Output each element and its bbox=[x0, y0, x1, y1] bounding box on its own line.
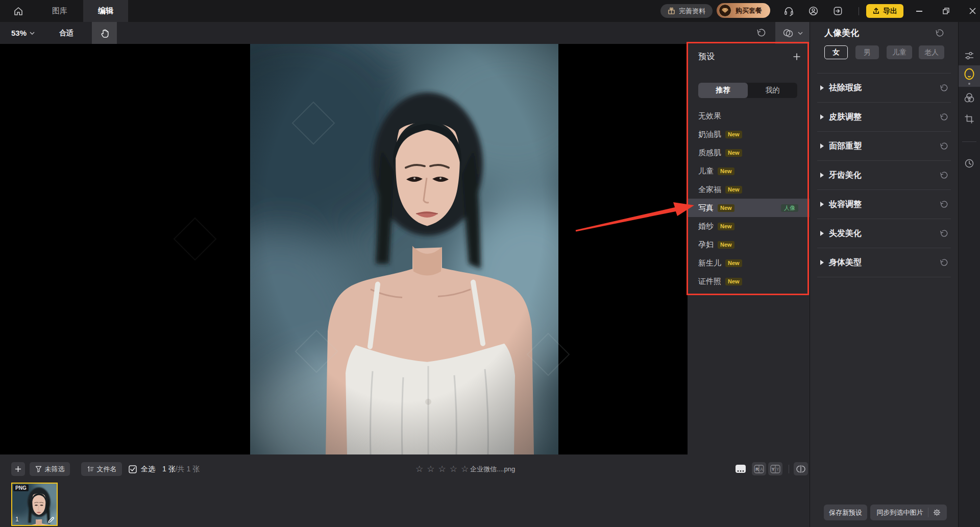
sort-by-filename-button[interactable]: 文件名 bbox=[81, 462, 122, 476]
reset-edits-button[interactable] bbox=[751, 22, 770, 44]
account-button[interactable] bbox=[805, 4, 821, 18]
tool-rail bbox=[958, 22, 980, 527]
preset-portrait-selected[interactable]: 写真 New 人像 bbox=[688, 199, 810, 217]
history-tool[interactable] bbox=[959, 156, 980, 171]
section-makeup-adjust[interactable]: 妆容调整 bbox=[817, 190, 951, 219]
home-button[interactable] bbox=[9, 4, 28, 18]
compare-edited-button[interactable]: Y Y bbox=[768, 462, 782, 475]
preset-newborn[interactable]: 新生儿New bbox=[688, 254, 810, 272]
preset-id-photo[interactable]: 证件照New bbox=[688, 272, 810, 291]
star-icon[interactable] bbox=[427, 465, 434, 473]
collapse-to-tray-button[interactable] bbox=[830, 4, 845, 18]
add-preset-button[interactable] bbox=[791, 51, 803, 63]
button-divider bbox=[928, 508, 928, 517]
overlap-circles-icon bbox=[782, 29, 794, 38]
reset-icon bbox=[939, 142, 948, 151]
preset-texture-skin[interactable]: 质感肌New bbox=[688, 143, 810, 162]
tab-gallery[interactable]: 图库 bbox=[42, 0, 78, 22]
gender-elder-button[interactable]: 老人 bbox=[919, 45, 944, 59]
avatar-icon bbox=[808, 6, 819, 16]
preset-family[interactable]: 全家福New bbox=[688, 180, 810, 199]
preset-cream-skin[interactable]: 奶油肌New bbox=[688, 125, 810, 143]
edit-toolbar bbox=[0, 22, 810, 44]
hand-tool-button[interactable] bbox=[92, 22, 117, 44]
preset-compare-button[interactable] bbox=[775, 22, 810, 44]
current-filename: 企业微信....png bbox=[470, 462, 515, 476]
gear-icon[interactable] bbox=[933, 509, 941, 516]
section-hair-beautify[interactable]: 头发美化 bbox=[817, 219, 951, 248]
select-all-control[interactable]: 全选 bbox=[129, 462, 155, 476]
beauty-sections: 祛除瑕疵 皮肤调整 面部重塑 牙齿美化 妆容调整 bbox=[817, 73, 951, 277]
add-image-button[interactable] bbox=[11, 462, 25, 476]
minimize-button[interactable] bbox=[908, 0, 931, 22]
caret-right-icon bbox=[820, 173, 824, 178]
section-reset-button[interactable] bbox=[939, 113, 948, 122]
preset-no-effect[interactable]: 无效果 bbox=[688, 107, 810, 125]
section-teeth-beautify[interactable]: 牙齿美化 bbox=[817, 161, 951, 190]
crop-tool[interactable] bbox=[959, 112, 980, 126]
panel-reset-button[interactable] bbox=[933, 27, 946, 40]
section-body-shape[interactable]: 身体美型 bbox=[817, 248, 951, 277]
section-face-reshape[interactable]: 面部重塑 bbox=[817, 132, 951, 161]
export-button[interactable]: 导出 bbox=[866, 4, 903, 18]
zoom-level-control[interactable]: 53% bbox=[8, 22, 38, 44]
diamond-icon bbox=[719, 4, 731, 17]
purchase-plan-button[interactable]: 购买套餐 bbox=[717, 3, 770, 18]
sort-icon bbox=[87, 466, 94, 472]
checkbox-checked-icon bbox=[129, 465, 137, 473]
complete-profile-button[interactable]: 完善资料 bbox=[660, 4, 713, 18]
preset-pregnant[interactable]: 孕妇New bbox=[688, 235, 810, 254]
selection-count: 1 张/共 1 张 bbox=[162, 462, 200, 476]
exit-arrow-icon bbox=[832, 6, 843, 16]
sync-to-selected-button[interactable]: 同步到选中图片 bbox=[870, 505, 947, 520]
close-icon bbox=[969, 8, 976, 14]
undo-icon bbox=[756, 28, 766, 38]
caret-right-icon bbox=[820, 114, 824, 119]
filmstrip-view-button[interactable] bbox=[733, 462, 748, 475]
section-skin-adjust[interactable]: 皮肤调整 bbox=[817, 103, 951, 132]
gender-male-button[interactable]: 男 bbox=[855, 45, 879, 59]
format-badge: PNG bbox=[13, 485, 29, 491]
new-badge: New bbox=[725, 149, 742, 157]
section-reset-button[interactable] bbox=[939, 200, 948, 209]
svg-text:Y: Y bbox=[776, 467, 779, 472]
section-reset-button[interactable] bbox=[939, 258, 948, 267]
preset-tab-recommended[interactable]: 推荐 bbox=[698, 83, 748, 98]
star-icon[interactable] bbox=[415, 465, 423, 473]
filters-tool[interactable] bbox=[959, 90, 980, 105]
fit-view-button[interactable]: 合适 bbox=[55, 22, 78, 44]
photo-preview[interactable] bbox=[250, 44, 558, 454]
support-button[interactable] bbox=[781, 4, 796, 18]
section-blemish-removal[interactable]: 祛除瑕疵 bbox=[817, 73, 951, 103]
star-icon[interactable] bbox=[450, 465, 457, 473]
section-reset-button[interactable] bbox=[939, 84, 948, 92]
preset-wedding[interactable]: 婚纱New bbox=[688, 217, 810, 235]
section-reset-button[interactable] bbox=[939, 171, 948, 180]
image-thumbnail-selected[interactable]: PNG 1 bbox=[11, 483, 58, 526]
preset-tab-mine[interactable]: 我的 bbox=[748, 83, 797, 98]
filter-button[interactable]: 未筛选 bbox=[30, 462, 70, 476]
tab-edit[interactable]: 编辑 bbox=[83, 0, 128, 22]
funnel-icon bbox=[35, 466, 42, 472]
section-reset-button[interactable] bbox=[939, 229, 948, 238]
section-reset-button[interactable] bbox=[939, 142, 948, 151]
preset-child[interactable]: 儿童New bbox=[688, 162, 810, 180]
clock-icon bbox=[964, 158, 974, 169]
reset-icon bbox=[939, 229, 948, 238]
photo-editor-window: 图库 编辑 完善资料 购买套餐 bbox=[0, 0, 980, 527]
gender-child-button[interactable]: 儿童 bbox=[887, 45, 912, 59]
compare-raw-button[interactable]: R A bbox=[752, 462, 766, 475]
hand-icon bbox=[100, 28, 110, 38]
gender-female-button[interactable]: 女 bbox=[824, 45, 848, 59]
split-view-button[interactable] bbox=[794, 462, 808, 475]
reset-icon bbox=[939, 84, 948, 92]
filmstrip-bar: 未筛选 文件名 全选 1 张/共 1 张 企业微信....png bbox=[0, 454, 810, 527]
restore-button[interactable] bbox=[934, 0, 958, 22]
star-icon[interactable] bbox=[461, 465, 469, 473]
save-new-preset-button[interactable]: 保存新预设 bbox=[824, 505, 867, 520]
adjustments-tool[interactable] bbox=[959, 49, 980, 63]
star-icon[interactable] bbox=[438, 465, 446, 473]
close-button[interactable] bbox=[961, 0, 980, 22]
reset-icon bbox=[939, 171, 948, 180]
star-rating[interactable] bbox=[415, 462, 469, 476]
